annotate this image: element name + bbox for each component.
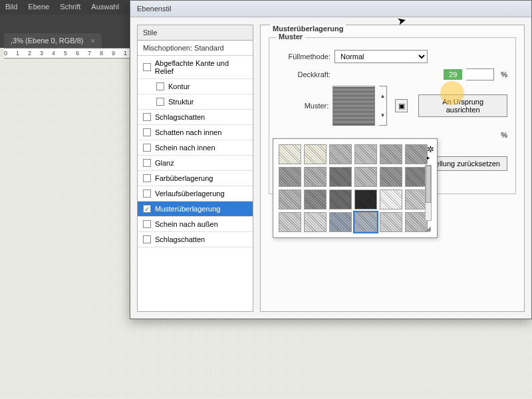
style-item[interactable]: Abgeflachte Kante und Relief <box>138 56 253 79</box>
styles-header[interactable]: Stile <box>138 25 253 41</box>
pattern-picker: ✲ ▸ ◢ <box>273 138 438 238</box>
fill-mode-label: Füllmethode: <box>277 53 331 61</box>
pattern-swatch[interactable] <box>304 212 327 232</box>
ruler-mark: 1 <box>16 50 19 57</box>
style-item[interactable]: Farbüberlagerung <box>138 171 253 186</box>
style-item[interactable]: Schlagschatten <box>138 110 253 125</box>
pattern-label: Muster: <box>277 102 329 110</box>
styles-list: Stile Mischoptionen: Standard Abgeflacht… <box>137 25 253 312</box>
scrollbar[interactable] <box>425 165 432 221</box>
checkbox[interactable] <box>143 235 151 243</box>
style-item-label: Struktur <box>168 98 194 106</box>
scale-unit: % <box>501 131 507 139</box>
menu-item[interactable]: Auswahl <box>91 3 119 12</box>
menu-item[interactable]: Bild <box>5 3 17 12</box>
pattern-swatch[interactable] <box>380 190 402 209</box>
menu-item[interactable]: Ebene <box>28 3 49 12</box>
pattern-swatch[interactable] <box>380 144 402 164</box>
style-item-label: Schatten nach innen <box>155 128 221 136</box>
close-icon[interactable]: × <box>91 37 95 45</box>
checkbox[interactable] <box>143 190 151 198</box>
checkbox[interactable] <box>143 205 151 213</box>
pattern-swatch[interactable] <box>304 190 327 209</box>
checkbox[interactable] <box>143 144 151 152</box>
style-item-label: Abgeflachte Kante und Relief <box>155 59 247 75</box>
ruler-mark: 4 <box>52 50 55 57</box>
checkbox[interactable] <box>143 63 151 71</box>
checkbox[interactable] <box>143 174 151 182</box>
pattern-swatch[interactable] <box>354 190 377 209</box>
pattern-swatch[interactable] <box>354 212 377 232</box>
group-subtitle: Muster <box>276 33 305 41</box>
ruler-mark: 7 <box>88 50 91 57</box>
resize-grip-icon[interactable]: ◢ <box>426 225 431 232</box>
checkbox[interactable] <box>156 98 164 106</box>
pattern-stepper[interactable]: ▲▼ <box>379 86 387 126</box>
ruler-mark: 2 <box>28 50 31 57</box>
style-item-label: Verlaufsüberlagerung <box>155 190 225 198</box>
gear-icon[interactable]: ✲ <box>427 144 434 154</box>
chevron-up-icon[interactable]: ▲ <box>379 86 386 106</box>
style-item[interactable]: Schein nach außen <box>138 217 253 232</box>
pattern-swatch[interactable] <box>329 167 352 187</box>
style-item-label: Kontur <box>168 82 190 90</box>
style-item[interactable]: Schatten nach innen <box>138 125 253 140</box>
style-settings-panel: Musterüberlagerung Muster Füllmethode: N… <box>260 25 525 312</box>
pattern-swatch[interactable] <box>304 144 327 164</box>
new-preset-icon[interactable]: ▣ <box>395 99 408 112</box>
checkbox[interactable] <box>143 220 151 228</box>
layer-style-dialog: Ebenenstil Stile Mischoptionen: Standard… <box>130 0 532 319</box>
snap-origin-button[interactable]: An Ursprung ausrichten <box>418 94 507 117</box>
pattern-swatch[interactable] <box>279 144 301 164</box>
opacity-unit: % <box>501 70 507 78</box>
opacity-input[interactable] <box>444 69 462 80</box>
document-tab-label: ,3% (Ebene 0, RGB/8) <box>11 37 83 45</box>
style-item[interactable]: Schein nach innen <box>138 140 253 156</box>
pattern-grid <box>279 144 432 232</box>
pattern-swatch[interactable] <box>329 190 352 209</box>
style-item[interactable]: Musterüberlagerung <box>138 201 253 217</box>
pattern-swatch[interactable] <box>279 190 301 209</box>
pattern-swatch[interactable] <box>279 212 301 232</box>
pattern-swatch[interactable] <box>279 167 301 187</box>
ruler-mark: 9 <box>112 50 115 57</box>
ruler-mark: 8 <box>100 50 103 57</box>
style-item[interactable]: Glanz <box>138 156 253 171</box>
opacity-slider-track[interactable] <box>466 68 494 80</box>
pattern-swatch[interactable] <box>354 167 377 187</box>
triangle-icon[interactable]: ▸ <box>427 154 430 161</box>
style-item-label: Schein nach außen <box>155 220 218 228</box>
checkbox[interactable] <box>156 82 164 90</box>
style-item[interactable]: Kontur <box>138 79 253 94</box>
style-item[interactable]: Schlagschatten <box>138 232 253 247</box>
menu-item[interactable]: Schrift <box>60 3 80 12</box>
style-item-label: Schlagschatten <box>155 235 205 243</box>
ruler-mark: 1 <box>124 50 127 57</box>
blend-options-row[interactable]: Mischoptionen: Standard <box>138 41 253 56</box>
ruler-mark: 3 <box>40 50 43 57</box>
chevron-down-icon[interactable]: ▼ <box>379 106 386 125</box>
panel-title: Musterüberlagerung <box>270 25 346 33</box>
pattern-swatch[interactable] <box>354 144 377 164</box>
ruler-mark: 0 <box>4 50 7 57</box>
pattern-preview[interactable] <box>332 86 375 126</box>
pattern-swatch[interactable] <box>380 167 402 187</box>
checkbox[interactable] <box>143 113 151 121</box>
style-item-label: Farbüberlagerung <box>155 174 213 182</box>
pattern-swatch[interactable] <box>304 167 327 187</box>
checkbox[interactable] <box>143 159 151 167</box>
style-item[interactable]: Struktur <box>138 94 253 110</box>
fill-mode-select[interactable]: Normal <box>334 50 428 63</box>
opacity-label: Deckkraft: <box>277 70 331 78</box>
ruler-mark: 5 <box>64 50 67 57</box>
pattern-swatch[interactable] <box>329 212 352 232</box>
pattern-swatch[interactable] <box>329 144 352 164</box>
pattern-swatch[interactable] <box>380 212 402 232</box>
style-item-label: Glanz <box>155 159 174 167</box>
checkbox[interactable] <box>143 128 151 136</box>
ruler-mark: 6 <box>76 50 79 57</box>
style-item-label: Schlagschatten <box>155 113 205 121</box>
style-item[interactable]: Verlaufsüberlagerung <box>138 186 253 201</box>
dialog-title[interactable]: Ebenenstil <box>130 1 531 17</box>
document-tab[interactable]: ,3% (Ebene 0, RGB/8) × <box>4 33 102 48</box>
